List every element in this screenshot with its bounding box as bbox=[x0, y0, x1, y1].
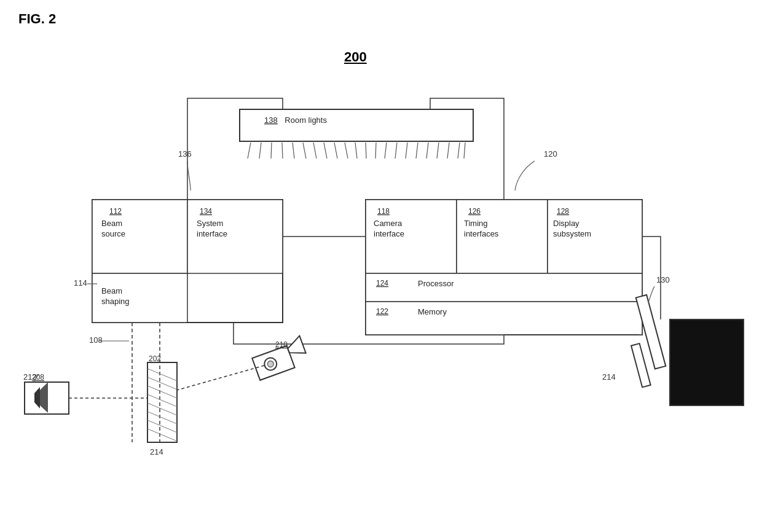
svg-text:128: 128 bbox=[557, 207, 569, 216]
svg-text:136: 136 bbox=[178, 149, 192, 158]
svg-text:138
    Room lights: 138 Room lights bbox=[264, 115, 327, 125]
svg-text:118: 118 bbox=[377, 207, 390, 216]
svg-line-13 bbox=[366, 143, 366, 158]
svg-text:Processor: Processor bbox=[418, 279, 454, 288]
svg-text:Memory: Memory bbox=[418, 307, 447, 316]
svg-text:interfaces: interfaces bbox=[464, 229, 499, 238]
svg-text:shaping: shaping bbox=[101, 297, 130, 306]
svg-line-77 bbox=[177, 366, 264, 390]
svg-rect-49 bbox=[366, 273, 642, 302]
svg-text:subsystem: subsystem bbox=[553, 229, 591, 238]
svg-text:214: 214 bbox=[150, 447, 163, 456]
svg-line-4 bbox=[271, 143, 272, 158]
svg-text:Beam: Beam bbox=[101, 286, 122, 295]
svg-line-16 bbox=[395, 143, 397, 158]
svg-text:124: 124 bbox=[376, 279, 388, 288]
svg-rect-68 bbox=[631, 343, 651, 387]
svg-line-3 bbox=[259, 143, 261, 158]
svg-rect-52 bbox=[366, 302, 642, 335]
svg-line-8 bbox=[313, 143, 316, 158]
svg-line-21 bbox=[447, 143, 449, 158]
svg-text:134: 134 bbox=[200, 207, 212, 216]
svg-line-6 bbox=[293, 143, 294, 158]
svg-line-14 bbox=[375, 143, 376, 158]
svg-text:112: 112 bbox=[109, 207, 122, 216]
svg-text:210: 210 bbox=[275, 340, 288, 349]
svg-rect-67 bbox=[670, 319, 744, 405]
svg-line-18 bbox=[416, 143, 418, 158]
svg-text:interface: interface bbox=[374, 229, 404, 238]
svg-line-22 bbox=[458, 143, 460, 158]
svg-text:214: 214 bbox=[602, 372, 616, 381]
svg-line-15 bbox=[385, 143, 387, 158]
svg-text:source: source bbox=[101, 229, 125, 238]
svg-text:120: 120 bbox=[544, 149, 557, 158]
svg-line-7 bbox=[303, 143, 306, 158]
svg-text:108: 108 bbox=[89, 335, 103, 345]
svg-line-20 bbox=[437, 143, 439, 158]
svg-line-11 bbox=[345, 143, 348, 158]
svg-line-2 bbox=[248, 143, 251, 158]
svg-text:130: 130 bbox=[656, 275, 670, 284]
svg-text:114: 114 bbox=[74, 278, 87, 288]
svg-line-23 bbox=[464, 143, 465, 158]
svg-text:126: 126 bbox=[468, 207, 481, 216]
svg-text:Display: Display bbox=[553, 219, 579, 228]
svg-text:202: 202 bbox=[149, 354, 161, 363]
svg-text:interface: interface bbox=[197, 229, 227, 238]
svg-rect-0 bbox=[240, 109, 473, 141]
svg-line-9 bbox=[324, 143, 327, 158]
svg-line-17 bbox=[406, 143, 407, 158]
svg-text:Camera: Camera bbox=[374, 219, 403, 228]
svg-text:122: 122 bbox=[376, 307, 388, 316]
svg-text:System: System bbox=[197, 219, 223, 228]
svg-text:Timing: Timing bbox=[464, 219, 488, 228]
svg-text:Beam: Beam bbox=[101, 219, 122, 228]
svg-line-19 bbox=[426, 143, 428, 158]
svg-line-12 bbox=[355, 143, 357, 158]
svg-line-5 bbox=[282, 143, 283, 158]
svg-line-10 bbox=[334, 143, 337, 158]
